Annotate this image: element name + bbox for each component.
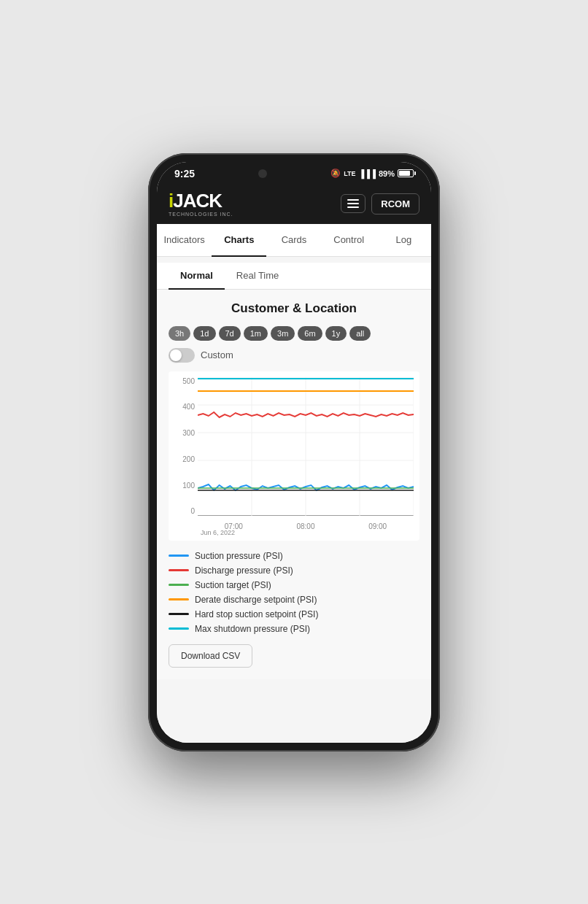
chart-svg [198, 377, 414, 516]
x-label-0900: 09:00 [368, 522, 387, 530]
primary-tabs: Indicators Charts Cards Control Log [157, 224, 431, 257]
legend-item-5: Max shutdown pressure (PSI) [169, 624, 419, 634]
download-csv-button[interactable]: Download CSV [169, 644, 252, 668]
app-header: iJACK TECHNOLOGIES INC. RCOM [157, 184, 431, 224]
legend-label-0: Suction pressure (PSI) [195, 551, 283, 561]
legend-item-4: Hard stop suction setpoint (PSI) [169, 609, 419, 619]
legend-color-2 [169, 584, 189, 586]
hamburger-line-1 [347, 199, 359, 201]
filter-1y[interactable]: 1y [325, 326, 347, 341]
phone-frame: 9:25 🔕 LTE ▐▐▐ 89% iJACK TECHNOLOGIES IN… [148, 153, 440, 752]
y-label-400: 400 [182, 403, 195, 411]
tab-log[interactable]: Log [376, 224, 431, 257]
legend: Suction pressure (PSI) Discharge pressur… [169, 551, 419, 634]
filter-all[interactable]: all [349, 326, 371, 341]
legend-item-2: Suction target (PSI) [169, 580, 419, 590]
filter-1d[interactable]: 1d [193, 326, 215, 341]
legend-label-3: Derate discharge setpoint (PSI) [195, 595, 317, 605]
legend-label-4: Hard stop suction setpoint (PSI) [195, 609, 318, 619]
tab-indicators[interactable]: Indicators [157, 224, 212, 257]
x-label-0800: 08:00 [296, 522, 314, 530]
status-time: 9:25 [174, 168, 195, 179]
legend-label-5: Max shutdown pressure (PSI) [195, 624, 310, 634]
tab-control[interactable]: Control [322, 224, 376, 257]
logo-text: iJACK [169, 191, 233, 210]
custom-toggle-switch[interactable] [169, 348, 195, 363]
camera-notch [258, 169, 267, 178]
y-label-100: 100 [182, 482, 195, 490]
tab-cards[interactable]: Cards [266, 224, 321, 257]
chart-plot [198, 377, 414, 516]
phone-screen: 9:25 🔕 LTE ▐▐▐ 89% iJACK TECHNOLOGIES IN… [157, 162, 431, 743]
x-date: Jun 6, 2022 [201, 529, 235, 536]
filter-3h[interactable]: 3h [169, 326, 190, 341]
signal-bars: ▐▐▐ [359, 169, 376, 178]
status-bar: 9:25 🔕 LTE ▐▐▐ 89% [157, 162, 431, 184]
tab-realtime[interactable]: Real Time [225, 263, 291, 290]
legend-label-2: Suction target (PSI) [195, 580, 271, 590]
filter-3m[interactable]: 3m [271, 326, 295, 341]
x-axis: 07:00 08:00 09:00 Jun 6, 2022 [198, 516, 414, 538]
filter-6m[interactable]: 6m [298, 326, 322, 341]
content-area[interactable]: Indicators Charts Cards Control Log Norm… [157, 224, 431, 743]
chart-section: Customer & Location 3h 1d 7d 1m 3m 6m 1y… [157, 290, 431, 679]
y-label-0: 0 [190, 507, 195, 515]
legend-color-4 [169, 613, 189, 615]
y-axis: 500 400 300 200 100 0 [171, 377, 198, 516]
time-filters: 3h 1d 7d 1m 3m 6m 1y all [169, 326, 419, 341]
lte-icon: LTE [344, 170, 355, 177]
y-label-500: 500 [182, 377, 195, 385]
legend-color-1 [169, 569, 189, 571]
battery-percent: 89% [379, 169, 395, 178]
legend-item-3: Derate discharge setpoint (PSI) [169, 595, 419, 605]
legend-color-3 [169, 598, 189, 600]
rcom-button[interactable]: RCOM [371, 193, 419, 215]
hamburger-line-3 [347, 206, 359, 208]
battery-icon [398, 169, 414, 177]
header-controls: RCOM [341, 193, 419, 215]
logo: iJACK TECHNOLOGIES INC. [169, 191, 233, 217]
custom-toggle: Custom [169, 348, 419, 363]
logo-jack: JACK [173, 190, 222, 212]
filter-7d[interactable]: 7d [219, 326, 241, 341]
menu-button[interactable] [341, 194, 365, 213]
custom-label: Custom [201, 349, 233, 360]
legend-item-0: Suction pressure (PSI) [169, 551, 419, 561]
legend-color-5 [169, 627, 189, 630]
legend-item-1: Discharge pressure (PSI) [169, 565, 419, 576]
chart-wrapper: 500 400 300 200 100 0 [169, 371, 419, 541]
tab-charts[interactable]: Charts [212, 224, 266, 257]
tab-normal[interactable]: Normal [169, 263, 225, 290]
secondary-tabs: Normal Real Time [157, 263, 431, 290]
logo-subtitle: TECHNOLOGIES INC. [169, 212, 233, 217]
legend-color-0 [169, 555, 189, 557]
legend-label-1: Discharge pressure (PSI) [195, 565, 293, 576]
chart-title: Customer & Location [169, 301, 419, 316]
filter-1m[interactable]: 1m [244, 326, 268, 341]
status-indicators: 🔕 LTE ▐▐▐ 89% [330, 169, 414, 178]
hamburger-line-2 [347, 203, 359, 204]
chart-area: 500 400 300 200 100 0 [171, 377, 414, 538]
y-label-300: 300 [182, 429, 195, 437]
toggle-knob [170, 349, 182, 361]
signal-icon: 🔕 [330, 169, 341, 178]
y-label-200: 200 [182, 455, 195, 463]
